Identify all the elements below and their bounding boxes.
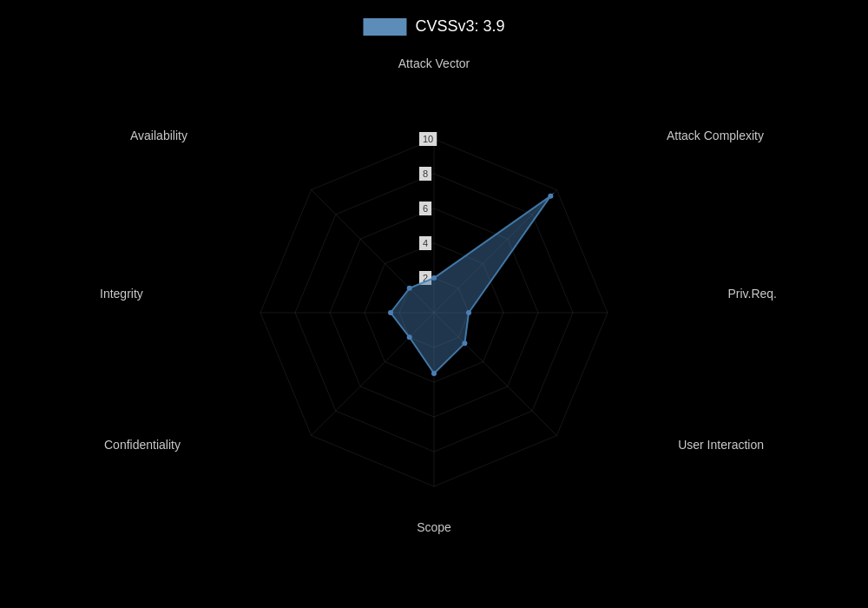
label-priv-req: Priv.Req. — [727, 287, 777, 301]
label-availability: Availability — [130, 129, 187, 142]
label-user-interaction: User Interaction — [678, 438, 764, 452]
label-confidentiality: Confidentiality — [104, 438, 181, 452]
label-attack-vector: Attack Vector — [398, 56, 470, 70]
label-attack-complexity: Attack Complexity — [667, 129, 764, 142]
legend: CVSSv3: 3.9 — [363, 17, 504, 36]
label-scope: Scope — [417, 520, 451, 534]
chart-container: CVSSv3: 3.9 Attack Vector Attack Complex… — [0, 0, 868, 608]
label-integrity: Integrity — [100, 287, 143, 301]
legend-label: CVSSv3: 3.9 — [415, 17, 504, 36]
legend-color-box — [363, 18, 406, 36]
